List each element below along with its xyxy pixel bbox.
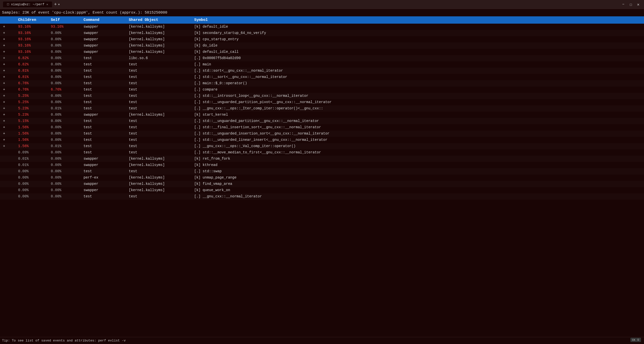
row-children: 5.25% xyxy=(17,93,50,99)
table-row[interactable]: + 5.25% 0.00% test test [.] std::__intro… xyxy=(0,93,644,99)
row-children: 5.23% xyxy=(17,112,50,117)
table-row[interactable]: + 5.23% 0.00% swapper [kernel.kallsyms] … xyxy=(0,112,644,118)
table-row[interactable]: + 93.16% 93.16% swapper [kernel.kallsyms… xyxy=(0,24,644,30)
table-row[interactable]: 0.01% 0.00% swapper [kernel.kallsyms] [k… xyxy=(0,162,644,168)
table-row[interactable]: + 1.56% 0.00% test test [.] std::__final… xyxy=(0,124,644,131)
row-self: 0.00% xyxy=(50,74,83,80)
table-row[interactable]: + 93.16% 0.00% swapper [kernel.kallsyms]… xyxy=(0,49,644,55)
row-children: 5.15% xyxy=(17,118,50,124)
table-row[interactable]: 0.00% 0.00% test test [.] __gnu_cxx::__n… xyxy=(0,193,644,200)
row-self: 0.00% xyxy=(50,49,83,55)
maximize-button[interactable]: ☐ xyxy=(628,2,634,8)
row-command: swapper xyxy=(83,188,128,193)
table-row[interactable]: + 5.23% 0.01% test test [.] __gnu_cxx::_… xyxy=(0,105,644,112)
row-shared: [kernel.kallsyms] xyxy=(128,43,193,48)
table-row[interactable]: + 1.56% 0.01% test test [.] __gnu_cxx::_… xyxy=(0,143,644,149)
new-tab-button[interactable]: + xyxy=(54,2,57,7)
terminal-tab[interactable]: □ xiaqiu@xz: ~/perf ✕ xyxy=(3,2,52,7)
row-shared: test xyxy=(128,81,193,86)
table-row[interactable]: + 93.16% 0.00% swapper [kernel.kallsyms]… xyxy=(0,36,644,42)
table-row[interactable]: 0.00% 0.00% perf-ex [kernel.kallsyms] [k… xyxy=(0,175,644,181)
row-command: test xyxy=(83,74,128,80)
row-symbol: [.] std::__unguarded_insertion_sort<__gn… xyxy=(193,131,642,136)
row-children: 0.09% xyxy=(17,150,50,155)
row-command: swapper xyxy=(83,30,128,36)
row-symbol: [k] kthread xyxy=(193,162,642,168)
row-plus xyxy=(2,194,17,199)
row-command: test xyxy=(83,131,128,136)
row-symbol: [.] std::__final_insertion_sort<__gnu_cx… xyxy=(193,125,642,130)
row-plus: + xyxy=(2,62,17,67)
table-row[interactable]: + 93.16% 0.00% swapper [kernel.kallsyms]… xyxy=(0,30,644,36)
row-self: 0.00% xyxy=(50,125,83,130)
row-command: test xyxy=(83,68,128,73)
row-self: 0.00% xyxy=(50,112,83,117)
row-shared: [kernel.kallsyms] xyxy=(128,112,193,117)
table-row[interactable]: 0.00% 0.00% test test [.] std::swap xyxy=(0,168,644,175)
row-shared: [kernel.kallsyms] xyxy=(128,156,193,161)
row-symbol: [k] start_kernel xyxy=(193,112,642,117)
row-plus: + xyxy=(2,93,17,99)
table-row[interactable]: + 93.16% 0.00% swapper [kernel.kallsyms]… xyxy=(0,42,644,49)
row-symbol: [k] default_idle_call xyxy=(193,49,642,55)
row-plus: + xyxy=(2,49,17,55)
row-plus xyxy=(2,181,17,187)
table-row[interactable]: + 6.82% 0.00% test libc.so.6 [.] 0x00007… xyxy=(0,55,644,61)
table-row[interactable]: 0.01% 0.00% swapper [kernel.kallsyms] [k… xyxy=(0,156,644,162)
window-controls: – ☐ ✕ xyxy=(621,2,641,8)
tab-dropdown-button[interactable]: ▾ xyxy=(58,2,60,7)
table-row[interactable]: + 6.81% 0.00% test test [.] std::sort<__… xyxy=(0,68,644,74)
header-shared: Shared Object xyxy=(128,17,193,23)
row-children: 0.01% xyxy=(17,162,50,168)
row-self: 0.00% xyxy=(50,56,83,61)
table-row[interactable]: 0.09% 0.00% test test [.] std::__move_me… xyxy=(0,149,644,156)
row-command: test xyxy=(83,169,128,174)
row-plus: + xyxy=(2,112,17,117)
table-row[interactable]: + 1.56% 0.00% test test [.] std::__ungua… xyxy=(0,131,644,137)
table-row[interactable]: + 6.76% 0.00% test test [.] main::$_0::o… xyxy=(0,80,644,87)
row-symbol: [.] std::swap xyxy=(193,169,642,174)
row-children: 93.16% xyxy=(17,37,50,42)
row-command: test xyxy=(83,87,128,92)
row-plus xyxy=(2,162,17,168)
terminal-content: Samples: 23K of event 'cpu-clock:pppH', … xyxy=(0,9,644,344)
row-symbol: [.] std::__unguarded_linear_insert<__gnu… xyxy=(193,137,642,143)
row-self: 0.00% xyxy=(50,43,83,48)
row-plus: + xyxy=(2,100,17,105)
row-command: swapper xyxy=(83,181,128,187)
close-button[interactable]: ✕ xyxy=(635,2,641,8)
table-row[interactable]: + 6.82% 0.00% test test [.] main xyxy=(0,61,644,68)
row-plus xyxy=(2,169,17,174)
row-children: 5.25% xyxy=(17,100,50,105)
row-command: swapper xyxy=(83,162,128,168)
row-symbol: [.] 0x00007f5d84a02d90 xyxy=(193,56,642,61)
row-command: test xyxy=(83,100,128,105)
table-row[interactable]: + 6.76% 6.76% test test [.] compare xyxy=(0,87,644,93)
row-plus: + xyxy=(2,68,17,73)
table-row[interactable]: + 1.56% 0.00% test test [.] std::__ungua… xyxy=(0,137,644,143)
close-tab-button[interactable]: ✕ xyxy=(46,3,48,6)
row-command: test xyxy=(83,194,128,199)
row-self: 0.00% xyxy=(50,137,83,143)
table-row[interactable]: 0.00% 0.00% swapper [kernel.kallsyms] [k… xyxy=(0,187,644,193)
minimize-button[interactable]: – xyxy=(621,2,626,8)
row-symbol: [.] std::__unguarded_partition_pivot<__g… xyxy=(193,100,642,105)
stats-line: Samples: 23K of event 'cpu-clock:pppH', … xyxy=(0,9,644,16)
table-row[interactable]: 0.00% 0.00% swapper [kernel.kallsyms] [k… xyxy=(0,181,644,187)
table-row[interactable]: + 5.15% 0.00% test test [.] std::__ungua… xyxy=(0,118,644,124)
table-row[interactable]: + 5.25% 0.00% test test [.] std::__ungua… xyxy=(0,99,644,105)
table-row[interactable]: + 6.81% 0.00% test test [.] std::__sort<… xyxy=(0,74,644,80)
row-symbol: [.] __gnu_cxx::__ops::_Val_comp_iter::op… xyxy=(193,144,642,149)
row-command: test xyxy=(83,93,128,99)
row-command: swapper xyxy=(83,156,128,161)
row-command: test xyxy=(83,137,128,143)
row-symbol: [.] std::__unguarded_partition<__gnu_cxx… xyxy=(193,118,642,124)
row-command: test xyxy=(83,106,128,111)
row-children: 0.01% xyxy=(17,156,50,161)
row-children: 1.56% xyxy=(17,144,50,149)
row-plus: + xyxy=(2,106,17,111)
row-plus: + xyxy=(2,43,17,48)
tab-label: xiaqiu@xz: ~/perf xyxy=(11,3,45,6)
row-self: 0.00% xyxy=(50,150,83,155)
row-self: 0.00% xyxy=(50,194,83,199)
